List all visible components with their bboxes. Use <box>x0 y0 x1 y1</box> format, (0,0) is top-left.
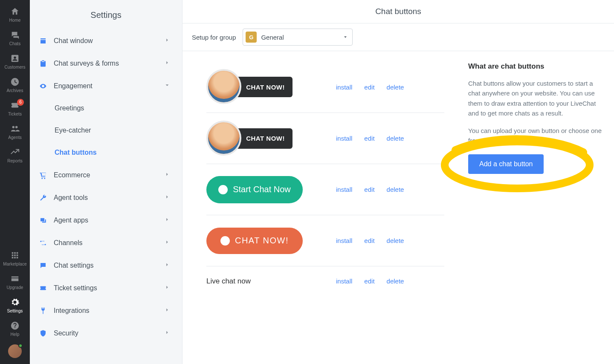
chat-button-preview: CHAT NOW! <box>206 77 326 97</box>
rail-item-home[interactable]: Home <box>0 3 30 26</box>
nav-label: Channels <box>54 239 164 247</box>
group-label: Setup for group <box>192 34 236 41</box>
rail-label: Home <box>9 18 20 23</box>
edit-link[interactable]: edit <box>364 277 374 285</box>
rail-label: Marketplace <box>3 262 27 266</box>
ticket-icon <box>38 283 48 293</box>
chat-button-preview: CHAT NOW! <box>206 128 326 149</box>
install-link[interactable]: install <box>336 84 352 91</box>
clipboard-icon <box>38 59 48 68</box>
avatar-icon <box>206 69 241 104</box>
info-panel: What are chat buttons Chat buttons allow… <box>456 51 614 364</box>
grid-icon <box>10 251 20 260</box>
page-title: Chat buttons <box>182 0 614 23</box>
nav-sub-label: Greetings <box>55 104 84 112</box>
app-icon <box>38 216 48 225</box>
chat-button-row: CHAT NOW! install edit delete <box>206 61 444 113</box>
chevron-right-icon <box>164 262 170 269</box>
chevron-right-icon <box>164 37 170 45</box>
nav-item-engagement[interactable]: Engagement <box>30 75 182 97</box>
nav-sub-greetings[interactable]: Greetings <box>30 97 182 119</box>
group-select[interactable]: G General <box>243 29 353 46</box>
rail-item-customers[interactable]: Customers <box>0 49 30 73</box>
rail-item-help[interactable]: Help <box>0 317 30 340</box>
customers-icon <box>10 54 20 63</box>
caret-down-icon <box>343 34 348 41</box>
nav-label: Security <box>54 329 164 337</box>
install-link[interactable]: install <box>336 237 352 244</box>
window-icon <box>38 36 48 46</box>
rail-item-marketplace[interactable]: Marketplace <box>0 246 30 270</box>
gear-icon <box>10 298 20 307</box>
delete-link[interactable]: delete <box>387 277 404 285</box>
nav-label: Agent apps <box>54 217 164 224</box>
nav-item-channels[interactable]: Channels <box>30 231 182 254</box>
people-icon <box>10 124 20 133</box>
info-text: You can upload your own button or choose… <box>468 126 602 146</box>
nav-item-chat-surveys[interactable]: Chat surveys & forms <box>30 52 182 75</box>
chevron-right-icon <box>164 60 170 67</box>
channels-icon <box>38 238 48 248</box>
nav-label: Chat surveys & forms <box>54 60 164 67</box>
clock-icon <box>10 77 20 87</box>
nav-item-agent-tools[interactable]: Agent tools <box>30 186 182 209</box>
install-link[interactable]: install <box>336 277 352 285</box>
rail-label: Reports <box>7 159 23 163</box>
main-content: Chat buttons Setup for group G General C… <box>182 0 614 364</box>
rail-label: Tickets <box>8 112 22 116</box>
chat-button-text: Live chat now <box>206 277 251 286</box>
nav-sub-eye-catcher[interactable]: Eye-catcher <box>30 119 182 142</box>
edit-link[interactable]: edit <box>364 237 374 244</box>
install-link[interactable]: install <box>336 186 352 193</box>
rail-item-tickets[interactable]: Tickets 6 <box>0 96 30 120</box>
nav-label: Agent tools <box>54 194 164 202</box>
home-icon <box>10 7 20 16</box>
chat-button-row: Start Chat Now install edit delete <box>206 164 444 215</box>
nav-label: Chat window <box>54 37 164 45</box>
install-link[interactable]: install <box>336 135 352 142</box>
info-text: Chat buttons allow your customers to sta… <box>468 78 602 118</box>
nav-item-ticket-settings[interactable]: Ticket settings <box>30 277 182 299</box>
chat-button-text: Start Chat Now <box>233 185 291 194</box>
nav-item-integrations[interactable]: Integrations <box>30 299 182 322</box>
rail-item-archives[interactable]: Archives <box>0 73 30 96</box>
nav-sub-chat-buttons[interactable]: Chat buttons <box>30 142 182 164</box>
chevron-right-icon <box>164 217 170 224</box>
nav-item-security[interactable]: Security <box>30 322 182 344</box>
add-chat-button[interactable]: Add a chat button <box>468 154 544 174</box>
info-heading: What are chat buttons <box>468 62 602 71</box>
delete-link[interactable]: delete <box>387 237 404 244</box>
chevron-right-icon <box>164 307 170 315</box>
chevron-right-icon <box>164 329 170 337</box>
rail-label: Archives <box>6 88 23 93</box>
nav-item-ecommerce[interactable]: Ecommerce <box>30 164 182 186</box>
nav-label: Chat settings <box>54 262 164 269</box>
nav-sub-label: Eye-catcher <box>55 127 91 134</box>
learn-more-link[interactable]: Learn more…. <box>516 137 556 144</box>
chat-button-list: CHAT NOW! install edit delete CHAT NOW! <box>182 51 456 364</box>
rail-item-reports[interactable]: Reports <box>0 143 30 167</box>
nav-item-agent-apps[interactable]: Agent apps <box>30 209 182 231</box>
speech-bubble-icon <box>220 236 230 246</box>
delete-link[interactable]: delete <box>387 84 404 91</box>
nav-item-chat-settings[interactable]: Chat settings <box>30 254 182 277</box>
delete-link[interactable]: delete <box>387 135 404 142</box>
chevron-right-icon <box>164 239 170 247</box>
nav-sub-label: Chat buttons <box>55 149 97 156</box>
rail-item-agents[interactable]: Agents <box>0 120 30 143</box>
edit-link[interactable]: edit <box>364 84 374 91</box>
delete-link[interactable]: delete <box>387 186 404 193</box>
chat-button-preview: CHAT NOW! <box>206 228 326 254</box>
wrench-icon <box>38 193 48 202</box>
chevron-right-icon <box>164 171 170 179</box>
rail-item-upgrade[interactable]: Upgrade <box>0 270 30 293</box>
rail-item-settings[interactable]: Settings <box>0 293 30 317</box>
edit-link[interactable]: edit <box>364 135 374 142</box>
nav-label: Integrations <box>54 307 164 315</box>
user-avatar[interactable] <box>8 344 22 358</box>
speech-bubble-icon <box>218 185 228 194</box>
rail-item-chats[interactable]: Chats <box>0 26 30 49</box>
nav-item-chat-window[interactable]: Chat window <box>30 29 182 52</box>
edit-link[interactable]: edit <box>364 186 374 193</box>
chevron-down-icon <box>164 82 170 90</box>
